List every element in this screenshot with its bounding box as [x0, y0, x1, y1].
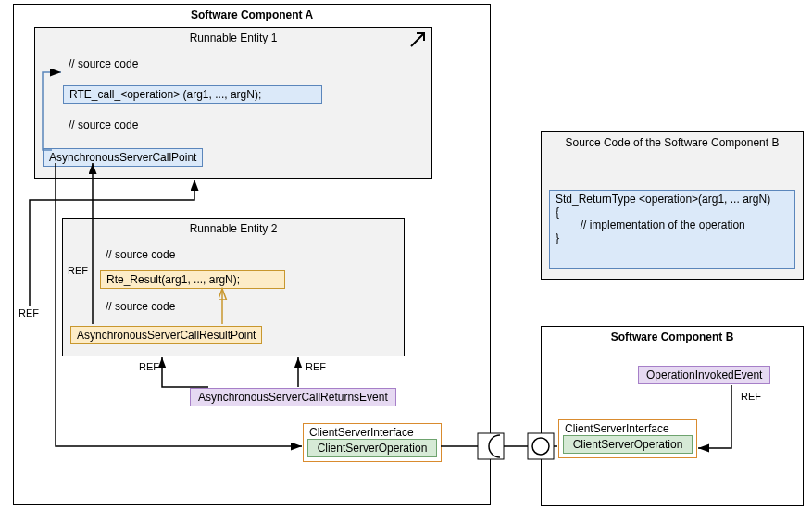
component-b-frame: Software Component B OperationInvokedEve… [541, 326, 804, 506]
ref-label-4: REF [306, 361, 326, 372]
cs-operation-b: ClientServerOperation [563, 435, 693, 454]
ref-label-2: REF [68, 265, 88, 276]
rte-call-box: RTE_call_<operation> (arg1, ..., argN); [63, 85, 322, 104]
src-b-line2: { [556, 206, 789, 219]
async-server-call-point: AsynchronousServerCallPoint [43, 148, 203, 167]
source-code-b-frame: Source Code of the Software Component B … [541, 131, 804, 280]
ref-label-1: REF [19, 307, 39, 318]
runnable-1-src1: // source code [63, 56, 431, 72]
component-a-frame: Software Component A Runnable Entity 1 /… [13, 4, 491, 505]
async-returns-event: AsynchronousServerCallReturnsEvent [190, 388, 396, 406]
active-class-icon [407, 30, 428, 53]
rte-result-box: Rte_Result(arg1, ..., argN); [100, 270, 285, 289]
cs-interface-a-frame: ClientServerInterface ClientServerOperat… [303, 423, 442, 462]
src-b-line3: // implementation of the operation [556, 219, 789, 231]
source-code-b-title: Source Code of the Software Component B [542, 132, 803, 153]
runnable-entity-1: Runnable Entity 1 // source code RTE_cal… [34, 27, 432, 179]
runnable-1-src2: // source code [63, 117, 144, 133]
cs-operation-a: ClientServerOperation [307, 439, 437, 457]
ref-label-3: REF [139, 361, 159, 372]
cs-interface-b-frame: ClientServerInterface ClientServerOperat… [558, 419, 697, 458]
source-code-b-body: Std_ReturnType <operation>(arg1, ... arg… [549, 190, 795, 269]
runnable-2-title: Runnable Entity 2 [63, 219, 404, 239]
diagram-canvas: Software Component A Runnable Entity 1 /… [0, 0, 812, 512]
async-server-call-result-point: AsynchronousServerCallResultPoint [70, 326, 262, 344]
ref-label-5: REF [741, 391, 761, 402]
operation-invoked-event: OperationInvokedEvent [638, 366, 770, 384]
runnable-2-src2: // source code [100, 298, 181, 315]
runnable-2-src1: // source code [100, 246, 404, 263]
runnable-1-title: Runnable Entity 1 [35, 28, 431, 48]
runnable-entity-2: Runnable Entity 2 // source code Rte_Res… [62, 218, 405, 356]
component-a-title: Software Component A [14, 5, 490, 25]
src-b-line1: Std_ReturnType <operation>(arg1, ... arg… [556, 193, 789, 206]
src-b-line4: } [556, 231, 789, 244]
component-b-title: Software Component B [542, 327, 803, 347]
